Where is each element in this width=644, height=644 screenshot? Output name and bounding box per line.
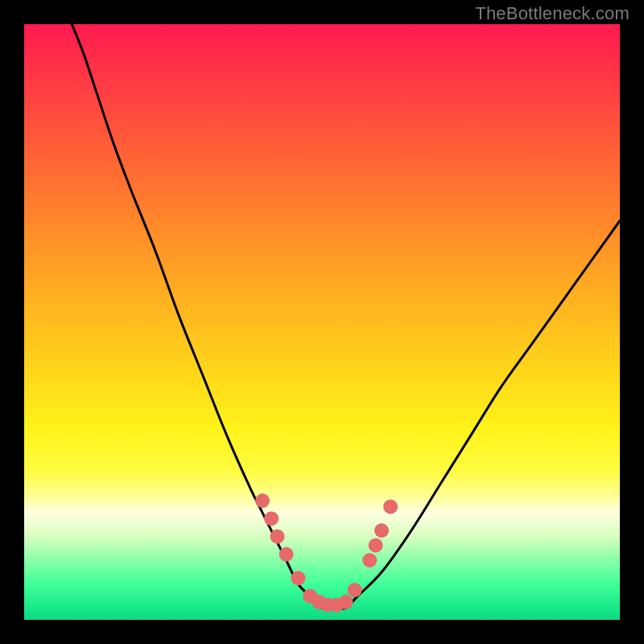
data-marker — [374, 523, 389, 538]
chart-frame: TheBottleneck.com — [0, 0, 644, 644]
data-marker — [362, 553, 377, 568]
plot-area — [24, 24, 620, 620]
data-marker — [369, 539, 383, 553]
data-marker — [339, 595, 353, 609]
marker-group — [255, 493, 398, 613]
curve-svg — [24, 24, 620, 620]
data-marker — [279, 547, 294, 562]
data-marker — [291, 571, 305, 585]
attribution-text: TheBottleneck.com — [475, 3, 630, 24]
data-marker — [270, 529, 285, 543]
bottleneck-curve — [72, 24, 620, 609]
data-marker — [264, 511, 279, 526]
data-marker — [348, 583, 362, 597]
data-marker — [383, 499, 398, 514]
data-marker — [255, 493, 270, 508]
